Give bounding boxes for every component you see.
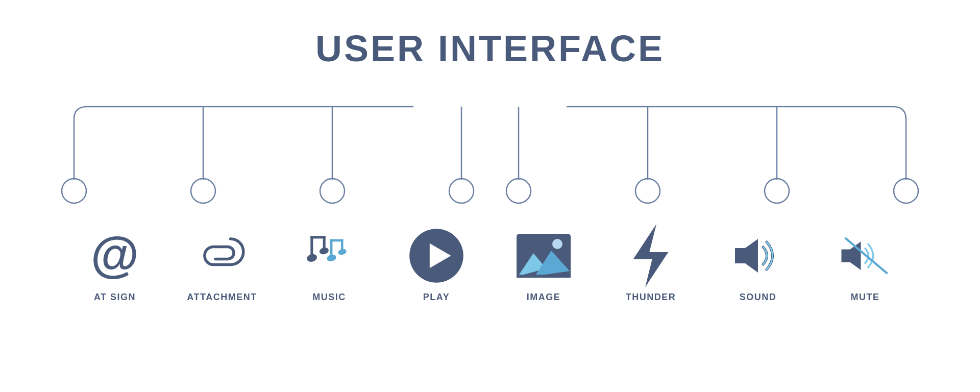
svg-marker-42 [841,241,861,270]
svg-marker-41 [735,239,758,273]
svg-point-30 [318,247,329,255]
svg-point-19 [894,179,918,203]
svg-point-24 [326,254,337,262]
image-icon [516,228,572,284]
icon-item-music: MUSIC [283,228,375,303]
icon-item-thunder: THUNDER [605,228,697,303]
icon-item-play: PLAY [390,228,482,303]
svg-point-7 [191,179,215,203]
mute-label: MUTE [851,292,880,303]
sound-icon [730,228,786,284]
svg-point-13 [506,179,531,203]
svg-point-17 [765,179,789,203]
mute-icon [837,228,893,284]
attachment-label: ATTACHMENT [187,292,257,303]
main-container: USER INTERFACE @ AT SIGN ATTACHMENT [31,12,949,380]
icon-item-attachment: ATTACHMENT [176,228,268,303]
icon-item-mute: MUTE [819,228,911,303]
svg-point-11 [449,179,474,203]
svg-point-15 [635,179,660,203]
page-title: USER INTERFACE [300,28,680,69]
image-label: IMAGE [527,292,561,303]
play-label: PLAY [423,292,450,303]
thunder-icon [623,228,679,284]
svg-point-5 [62,179,86,203]
svg-rect-21 [330,239,333,257]
play-icon [408,228,464,284]
svg-point-29 [306,253,317,263]
svg-rect-26 [310,236,313,257]
svg-marker-40 [633,224,669,287]
svg-text:@: @ [91,228,139,282]
icon-item-image: IMAGE [498,228,590,303]
attachment-icon [194,228,250,284]
music-label: MUSIC [312,292,346,303]
thunder-label: THUNDER [626,292,676,303]
svg-point-25 [337,248,347,256]
at-sign-label: AT SIGN [94,292,136,303]
at-sign-icon: @ [87,228,143,284]
svg-point-38 [552,239,562,249]
sound-label: SOUND [740,292,777,303]
svg-point-9 [320,179,345,203]
title-section: USER INTERFACE [31,28,949,69]
icon-item-sound: SOUND [712,228,804,303]
icon-item-at-sign: @ AT SIGN [69,228,161,303]
icons-section: @ AT SIGN ATTACHMENT [31,228,949,303]
music-icon [301,228,357,284]
